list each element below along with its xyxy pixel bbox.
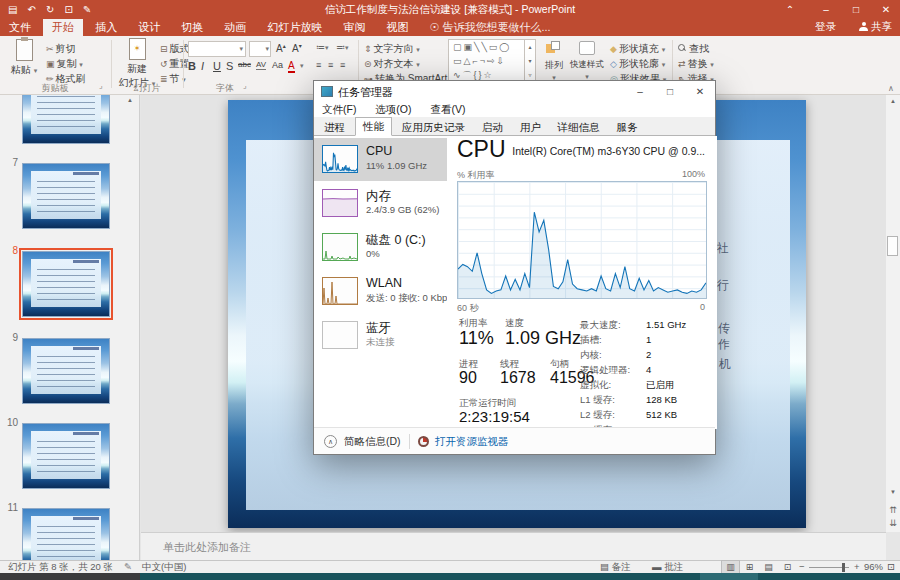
bullets-button[interactable]: ≔▾: [316, 42, 329, 52]
text-direction-button[interactable]: ⇕文字方向 ▾: [364, 42, 420, 56]
slide-thumbnail-7[interactable]: [22, 163, 110, 229]
font-dialog-launcher-icon[interactable]: ⌟: [243, 81, 247, 90]
align-left-button[interactable]: ≡: [316, 60, 321, 70]
tell-me-box[interactable]: ☉ 告诉我您想要做什么...: [421, 19, 560, 36]
align-center-button[interactable]: ≡: [328, 60, 333, 70]
quick-styles-button[interactable]: 快速样式▾: [570, 41, 604, 81]
tm-maximize-button[interactable]: □: [655, 81, 685, 102]
fit-to-window-icon[interactable]: ⊡: [887, 561, 895, 573]
fewer-details-button[interactable]: 简略信息(D): [344, 435, 401, 449]
tab-view[interactable]: 视图: [378, 19, 418, 36]
comments-toggle[interactable]: ▬ 批注: [652, 561, 683, 573]
tm-tab-app-history[interactable]: 应用历史记录: [395, 118, 472, 136]
tab-animations[interactable]: 动画: [215, 19, 255, 36]
tab-review[interactable]: 审阅: [334, 19, 374, 36]
fewer-details-chevron-icon[interactable]: ∧: [324, 435, 337, 448]
underline-button[interactable]: U: [213, 60, 221, 72]
reading-view-button[interactable]: ▤: [760, 561, 777, 573]
tab-home[interactable]: 开始: [43, 19, 83, 36]
bold-button[interactable]: B: [188, 60, 196, 72]
language-indicator[interactable]: 中文(中国): [142, 561, 186, 573]
numbering-button[interactable]: ≕▾: [336, 42, 349, 52]
task-manager-titlebar[interactable]: 任务管理器 – □ ✕: [314, 81, 715, 102]
sidebar-item-cpu[interactable]: CPU 11% 1.09 GHz: [314, 138, 447, 181]
notes-toggle[interactable]: ▤ 备注: [600, 561, 631, 573]
tab-file[interactable]: 文件: [0, 19, 40, 36]
slideshow-view-button[interactable]: ⊡: [779, 561, 796, 573]
font-name-input[interactable]: ▾: [188, 41, 246, 57]
open-resource-monitor-link[interactable]: 打开资源监视器: [435, 435, 509, 449]
copy-button[interactable]: ▣复制 ▾: [46, 57, 83, 71]
italic-button[interactable]: I: [201, 60, 204, 72]
find-button[interactable]: 查找: [678, 42, 709, 56]
tm-tab-details[interactable]: 详细信息: [551, 118, 607, 136]
tm-tab-performance[interactable]: 性能: [355, 117, 392, 136]
panel-scroll-up-icon[interactable]: ▲: [127, 97, 133, 103]
shapes-gallery-arrows[interactable]: ▴▾▿: [524, 40, 535, 82]
tab-slideshow[interactable]: 幻灯片放映: [258, 19, 331, 36]
share-button[interactable]: 共享: [859, 20, 892, 34]
scrollbar-thumb[interactable]: [887, 236, 898, 256]
sidebar-item-memory[interactable]: 内存 2.4/3.9 GB (62%): [314, 182, 447, 225]
tab-transitions[interactable]: 切换: [172, 19, 212, 36]
menu-view[interactable]: 查看(V): [422, 102, 473, 117]
slide-thumbnail-9[interactable]: [22, 338, 110, 404]
tm-tab-startup[interactable]: 启动: [475, 118, 510, 136]
maximize-button[interactable]: □: [842, 0, 870, 19]
tab-insert[interactable]: 插入: [86, 19, 126, 36]
font-color-button[interactable]: A: [288, 60, 295, 73]
cut-button[interactable]: ✂剪切: [46, 42, 76, 56]
slide-thumbnail-11[interactable]: [22, 508, 110, 560]
tm-tab-processes[interactable]: 进程: [317, 118, 352, 136]
font-size-input[interactable]: ▾: [249, 41, 271, 57]
previous-slide-icon[interactable]: ⇈: [886, 505, 900, 515]
replace-button[interactable]: ⇄替换 ▾: [678, 57, 714, 71]
arrange-button[interactable]: 排列▾: [540, 41, 568, 82]
align-text-button[interactable]: ⊜对齐文本 ▾: [364, 57, 420, 71]
paste-button[interactable]: 粘贴 ▾: [6, 39, 42, 77]
zoom-level[interactable]: 96%: [864, 561, 883, 573]
align-right-button[interactable]: ≡: [340, 60, 345, 70]
character-spacing-button[interactable]: AV: [256, 60, 266, 70]
sidebar-item-bluetooth[interactable]: 蓝牙 未连接: [314, 314, 447, 357]
slide-thumbnail-partial[interactable]: [22, 95, 110, 144]
sidebar-item-disk[interactable]: 磁盘 0 (C:) 0%: [314, 226, 447, 269]
grow-font-button[interactable]: A▴: [276, 42, 286, 54]
sign-in-link[interactable]: 登录: [815, 20, 836, 34]
tab-design[interactable]: 设计: [129, 19, 169, 36]
close-button[interactable]: ✕: [872, 0, 900, 19]
tm-minimize-button[interactable]: –: [625, 81, 655, 102]
shapes-row-2[interactable]: ▭△⌐¬⇨⇩: [449, 54, 535, 68]
strikethrough-button[interactable]: abc: [238, 60, 251, 69]
notes-area[interactable]: 单击此处添加备注: [141, 532, 886, 560]
zoom-in-button[interactable]: +: [854, 561, 860, 573]
tm-close-button[interactable]: ✕: [685, 81, 715, 102]
normal-view-button[interactable]: ▥: [722, 561, 739, 573]
reset-button[interactable]: ↺重置: [160, 57, 190, 71]
change-case-button[interactable]: Aa: [272, 60, 283, 70]
tm-tab-services[interactable]: 服务: [610, 118, 645, 136]
zoom-slider-thumb[interactable]: [842, 563, 845, 572]
sidebar-item-wlan[interactable]: WLAN 发送: 0 接收: 0 Kbps: [314, 270, 447, 313]
slide-thumbnail-10[interactable]: [22, 423, 110, 489]
ribbon-display-options-icon[interactable]: ⌃: [776, 0, 804, 19]
scroll-up-icon[interactable]: ▲: [886, 98, 900, 104]
clipboard-dialog-launcher-icon[interactable]: ⌟: [99, 81, 103, 90]
tm-tab-users[interactable]: 用户: [513, 118, 548, 136]
next-slide-icon[interactable]: ⇊: [886, 518, 900, 528]
scroll-down-icon[interactable]: ▼: [886, 489, 900, 495]
shape-fill-button[interactable]: ◆形状填充 ▾: [610, 42, 665, 56]
shapes-row-1[interactable]: ▢▣╲╲▭◯: [449, 40, 535, 54]
vertical-scrollbar[interactable]: ▲ ▼ ⇈ ⇊: [886, 95, 900, 532]
menu-options[interactable]: 选项(O): [367, 102, 419, 117]
slide-sorter-view-button[interactable]: ⊞: [741, 561, 758, 573]
shape-outline-button[interactable]: ◇形状轮廓 ▾: [610, 57, 665, 71]
proofing-icon[interactable]: ✎: [124, 561, 132, 573]
text-shadow-button[interactable]: S: [226, 60, 233, 72]
shapes-gallery[interactable]: ▢▣╲╲▭◯ ▭△⌐¬⇨⇩ ∿⌒{}☆ ▴▾▿: [448, 39, 536, 83]
slide-thumbnail-8-selected[interactable]: [22, 251, 110, 317]
minimize-button[interactable]: –: [812, 0, 840, 19]
collapse-ribbon-icon[interactable]: ∧: [888, 84, 894, 93]
menu-file[interactable]: 文件(F): [314, 102, 364, 117]
zoom-out-button[interactable]: −: [799, 561, 805, 573]
